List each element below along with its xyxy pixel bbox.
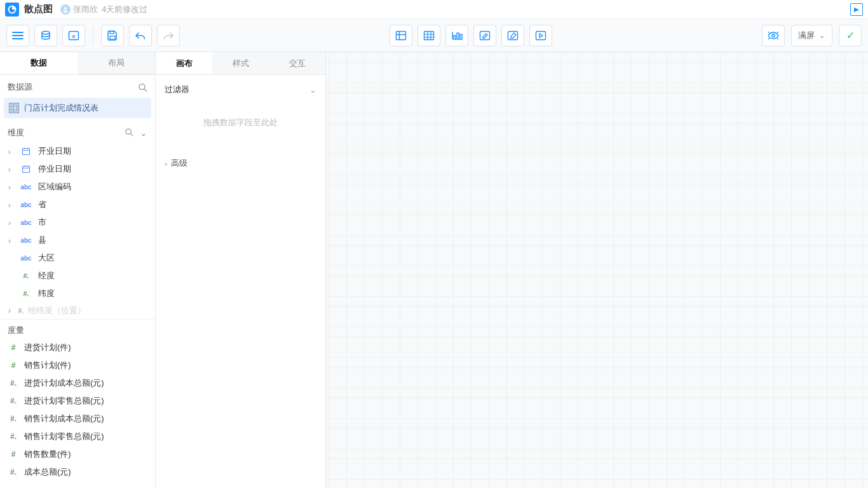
field-label: 进货计划零售总额(元): [24, 395, 104, 407]
datasource-item[interactable]: 门店计划完成情况表: [4, 98, 151, 118]
field-label: 市: [38, 217, 46, 228]
expand-caret-icon: ›: [6, 200, 13, 210]
preview-play-button[interactable]: ▶: [850, 3, 863, 16]
measure-field[interactable]: #进货计划(件): [0, 339, 155, 356]
measure-field[interactable]: #.进货计划零售总额(元): [0, 392, 155, 410]
field-type-icon: #: [8, 361, 19, 370]
design-canvas[interactable]: [326, 52, 868, 488]
dimension-field[interactable]: #.经度: [0, 267, 155, 285]
page-title: 散点图: [24, 3, 53, 15]
dimension-field[interactable]: #.纬度: [0, 285, 155, 302]
field-label: 大区: [38, 252, 55, 264]
dimension-field[interactable]: ›abc省: [0, 196, 155, 214]
chart-button[interactable]: [445, 25, 468, 46]
measure-field[interactable]: #销售计划(件): [0, 356, 155, 374]
dimension-field[interactable]: ›开业日期: [0, 142, 155, 160]
svg-rect-9: [454, 36, 456, 39]
table-button[interactable]: [417, 25, 440, 46]
filter-section-toggle[interactable]: 过滤器 ⌄: [156, 75, 325, 102]
field-type-icon: [19, 165, 33, 173]
chevron-down-icon[interactable]: ⌄: [140, 128, 147, 138]
datasource-name: 门店计划完成情况表: [24, 102, 98, 114]
svg-point-1: [64, 7, 67, 10]
field-label: 县: [38, 234, 46, 246]
field-label: 区域编码: [38, 181, 71, 193]
svg-rect-7: [397, 31, 406, 39]
svg-rect-20: [23, 166, 30, 173]
expand-caret-icon: ›: [6, 165, 13, 174]
redo-button[interactable]: [157, 25, 180, 46]
search-icon[interactable]: [125, 128, 133, 138]
save-button[interactable]: [101, 25, 124, 46]
edit-button[interactable]: [473, 25, 496, 46]
field-label: 销售数量(件): [24, 449, 71, 460]
note-button[interactable]: [501, 25, 524, 46]
app-logo-icon: [5, 3, 19, 17]
svg-point-15: [772, 34, 775, 36]
svg-rect-8: [424, 31, 434, 39]
confirm-button[interactable]: ✓: [839, 25, 862, 46]
menu-button[interactable]: [6, 25, 29, 46]
field-type-icon: #.: [19, 272, 33, 280]
field-label: 纬度: [38, 288, 55, 299]
screen-mode-select[interactable]: 满屏 ⌄: [791, 25, 832, 46]
field-type-icon: abc: [19, 201, 33, 208]
field-type-icon: abc: [19, 255, 33, 262]
field-type-icon: #.: [8, 414, 19, 423]
field-type-icon: #.: [8, 379, 19, 388]
dimension-field[interactable]: ›abc市: [0, 214, 155, 231]
formula-button[interactable]: X: [62, 25, 85, 46]
database-button[interactable]: [34, 25, 57, 46]
advanced-section-toggle[interactable]: › 高级: [156, 151, 325, 175]
advanced-label: 高级: [171, 158, 187, 169]
tab-data[interactable]: 数据: [0, 52, 78, 74]
tab-layout[interactable]: 布局: [78, 52, 155, 74]
dimension-field[interactable]: abc大区: [0, 249, 155, 267]
measure-field[interactable]: #.进货计划成本总额(元): [0, 374, 155, 392]
field-label: 销售计划(件): [24, 360, 71, 371]
svg-rect-11: [460, 34, 462, 39]
field-label: 进货计划(件): [24, 342, 71, 353]
chevron-down-icon: ⌄: [309, 85, 316, 95]
dimension-field[interactable]: ›abc县: [0, 231, 155, 249]
svg-rect-10: [457, 33, 459, 39]
field-type-icon: #: [8, 450, 19, 459]
field-label: 进货计划成本总额(元): [24, 377, 104, 389]
dimension-truncated-item[interactable]: ›#.经纬度（位置）: [0, 302, 155, 319]
undo-button[interactable]: [129, 25, 152, 46]
measure-field[interactable]: #.成本总额(元): [0, 463, 155, 481]
layout-grid-button[interactable]: [390, 25, 412, 46]
svg-rect-19: [23, 149, 30, 155]
filter-dropzone[interactable]: 拖拽数据字段至此处: [165, 105, 316, 140]
datasource-header: 数据源: [8, 81, 32, 93]
dimension-field[interactable]: ›停业日期: [0, 160, 155, 178]
author-name: 张雨欣: [73, 4, 98, 15]
tab-style[interactable]: 样式: [212, 52, 269, 74]
table-icon: [9, 103, 19, 113]
tab-interact[interactable]: 交互: [269, 52, 325, 74]
expand-caret-icon: ›: [6, 147, 13, 156]
measure-header: 度量: [0, 319, 155, 339]
measure-field[interactable]: #销售数量(件): [0, 445, 155, 463]
svg-text:X: X: [72, 33, 76, 39]
expand-caret-icon: ›: [6, 218, 13, 227]
field-type-icon: abc: [19, 219, 33, 226]
field-type-icon: #.: [8, 468, 19, 477]
user-avatar-icon: [60, 4, 71, 15]
dimension-field[interactable]: ›abc区域编码: [0, 178, 155, 196]
field-type-icon: #.: [8, 432, 19, 441]
expand-caret-icon: ›: [6, 182, 13, 192]
tab-canvas[interactable]: 画布: [156, 52, 212, 74]
measure-field[interactable]: #.销售计划零售总额(元): [0, 428, 155, 445]
field-label: 省: [38, 199, 46, 210]
field-type-icon: #: [8, 343, 19, 352]
field-type-icon: abc: [19, 184, 33, 191]
search-icon[interactable]: [138, 83, 147, 92]
chevron-down-icon: ⌄: [818, 30, 825, 40]
media-button[interactable]: [529, 25, 552, 46]
toolbar-separator: [93, 27, 93, 44]
view-eye-button[interactable]: [762, 25, 785, 46]
field-label: 停业日期: [38, 163, 71, 175]
measure-field[interactable]: #.销售计划成本总额(元): [0, 410, 155, 428]
field-type-icon: #.: [19, 290, 33, 297]
